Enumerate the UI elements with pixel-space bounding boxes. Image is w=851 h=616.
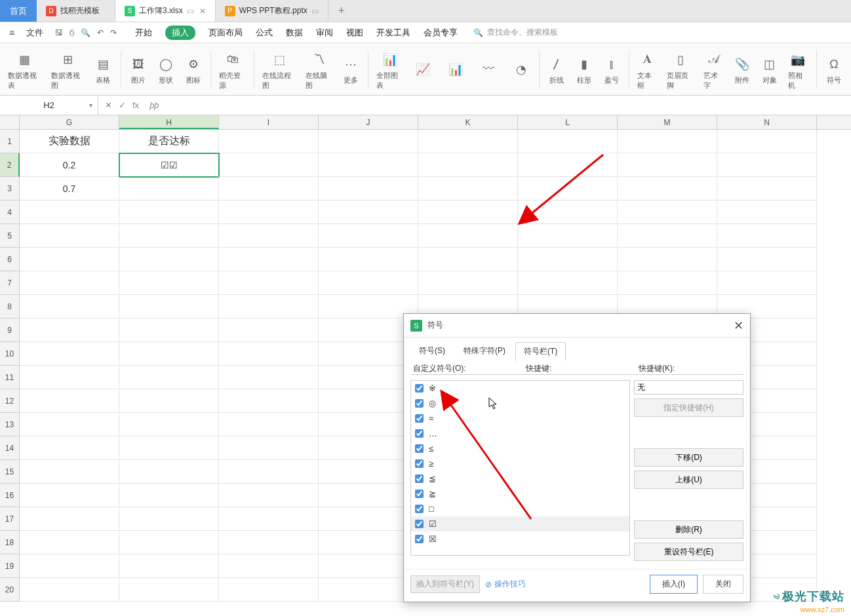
hamburger-icon[interactable]: ≡: [4, 28, 20, 38]
cell[interactable]: [20, 484, 119, 507]
cell[interactable]: [319, 130, 418, 153]
row-header[interactable]: 15: [0, 460, 20, 484]
doc-tab-ppt[interactable]: P WPS PPT教程.pptx ▭: [216, 0, 328, 22]
cell[interactable]: [319, 177, 418, 201]
cell[interactable]: [319, 153, 418, 177]
help-link[interactable]: ⊘ 操作技巧: [485, 579, 526, 590]
cell[interactable]: [219, 295, 319, 318]
cell[interactable]: [20, 318, 119, 342]
cell[interactable]: [418, 248, 518, 271]
cell[interactable]: [518, 248, 618, 271]
cell[interactable]: [20, 342, 119, 366]
cell[interactable]: [20, 531, 119, 554]
print-icon[interactable]: ⎙: [69, 28, 74, 37]
cell[interactable]: [119, 342, 219, 366]
fx-icon[interactable]: fx: [132, 100, 139, 110]
symbol-row[interactable]: ◎: [411, 396, 629, 411]
symbol-checkbox[interactable]: [415, 444, 424, 453]
cell[interactable]: [717, 130, 817, 153]
cell[interactable]: [518, 130, 618, 153]
cell[interactable]: [219, 130, 319, 153]
cell[interactable]: [219, 366, 319, 389]
assign-shortcut-button[interactable]: 指定快捷键(H): [634, 398, 743, 417]
tab-home[interactable]: 开始: [135, 27, 152, 39]
row-header[interactable]: 18: [0, 531, 20, 554]
symbol-row[interactable]: □: [411, 501, 629, 516]
cell[interactable]: [20, 460, 119, 484]
cell[interactable]: [20, 366, 119, 389]
cell[interactable]: [618, 248, 717, 271]
cell[interactable]: [219, 460, 319, 484]
cell[interactable]: [219, 554, 319, 578]
doc-tab-template[interactable]: D 找稻壳模板: [37, 0, 115, 22]
cell[interactable]: [219, 271, 319, 295]
mini-area-icon[interactable]: 〰: [475, 57, 502, 82]
cell[interactable]: [418, 130, 518, 153]
picture-button[interactable]: 🖼图片: [125, 52, 151, 87]
row-header[interactable]: 17: [0, 507, 20, 531]
symbol-row[interactable]: ≧: [411, 486, 629, 501]
row-header[interactable]: 11: [0, 366, 20, 389]
cell[interactable]: 0.2: [20, 153, 119, 177]
icons-button[interactable]: ⚙图标: [180, 52, 207, 87]
cell[interactable]: [219, 507, 319, 531]
cell[interactable]: [618, 201, 717, 224]
row-header[interactable]: 14: [0, 436, 20, 460]
redo-icon[interactable]: ↷: [110, 28, 117, 37]
cell[interactable]: ☑☑: [119, 153, 219, 177]
cell[interactable]: [20, 201, 119, 224]
all-charts-button[interactable]: 📊全部图表: [372, 47, 407, 92]
cell[interactable]: [717, 153, 817, 177]
row-header[interactable]: 10: [0, 342, 20, 366]
add-tab-button[interactable]: +: [328, 0, 355, 22]
mindmap-button[interactable]: 〽在线脑图: [302, 47, 336, 92]
cell[interactable]: [418, 224, 518, 248]
symbol-row[interactable]: ☑: [411, 516, 629, 531]
cell[interactable]: [618, 271, 717, 295]
tab-formulas[interactable]: 公式: [256, 27, 273, 39]
cell[interactable]: [119, 224, 219, 248]
symbol-button[interactable]: Ω符号: [821, 52, 847, 87]
wordart-button[interactable]: 𝒜艺术字: [700, 47, 728, 92]
sparkline-winloss-button[interactable]: ⫿盈亏: [599, 52, 625, 87]
textbox-button[interactable]: 𝐀文本框: [633, 47, 662, 92]
symbol-row[interactable]: ≥: [411, 456, 629, 471]
row-header[interactable]: 19: [0, 554, 20, 578]
row-header[interactable]: 9: [0, 318, 20, 342]
cell[interactable]: [219, 318, 319, 342]
symbol-checkbox[interactable]: [415, 399, 424, 408]
symbol-checkbox[interactable]: [415, 459, 424, 468]
tab-page-layout[interactable]: 页面布局: [208, 27, 243, 39]
cell[interactable]: [518, 201, 618, 224]
row-header[interactable]: 4: [0, 201, 20, 224]
cell[interactable]: [20, 413, 119, 436]
tab-restore-icon[interactable]: ▭: [187, 7, 194, 16]
cell[interactable]: [319, 248, 418, 271]
cell[interactable]: 实验数据: [20, 130, 119, 153]
cell[interactable]: [717, 271, 817, 295]
col-header-L[interactable]: L: [518, 115, 618, 129]
cell[interactable]: [20, 507, 119, 531]
cell[interactable]: [518, 177, 618, 201]
cell[interactable]: [418, 201, 518, 224]
tab-insert[interactable]: 插入: [165, 26, 195, 40]
cell[interactable]: [119, 578, 219, 602]
row-header[interactable]: 13: [0, 413, 20, 436]
preview-icon[interactable]: 🔍: [81, 28, 90, 37]
cell[interactable]: [119, 484, 219, 507]
cell[interactable]: 是否达标: [119, 130, 219, 153]
formula-input[interactable]: þþ: [146, 100, 851, 110]
cancel-icon[interactable]: ✕: [105, 100, 112, 110]
cell[interactable]: [219, 177, 319, 201]
col-header-H[interactable]: H: [119, 115, 219, 129]
cell[interactable]: [119, 531, 219, 554]
move-down-button[interactable]: 下移(D): [634, 448, 743, 467]
row-header[interactable]: 5: [0, 224, 20, 248]
symbol-checkbox[interactable]: [415, 520, 424, 528]
row-header[interactable]: 7: [0, 271, 20, 295]
docer-button[interactable]: 🛍稻壳资源: [215, 47, 250, 92]
select-all-corner[interactable]: [0, 115, 20, 129]
symbol-checkbox[interactable]: [415, 384, 424, 393]
doc-tab-workbook[interactable]: S 工作簿3.xlsx ▭ ✕: [115, 0, 216, 22]
command-search[interactable]: 🔍 查找命令、搜索模板: [473, 27, 558, 38]
